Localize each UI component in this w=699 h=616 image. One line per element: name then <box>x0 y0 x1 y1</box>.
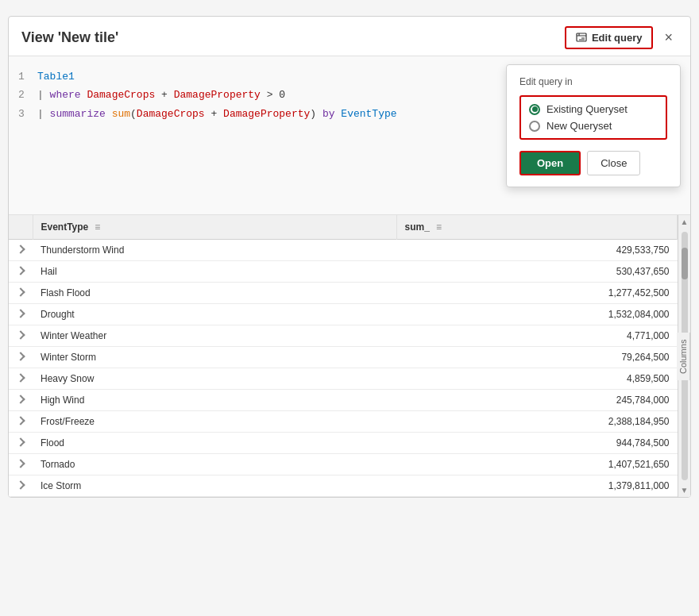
table-row: Winter Weather4,771,000 <box>9 325 678 347</box>
radio-existing-label: Existing Queryset <box>546 103 628 115</box>
eventtype-cell: Drought <box>33 304 396 325</box>
sum-cell: 1,407,521,650 <box>396 454 677 475</box>
radio-new-label: New Queryset <box>546 120 612 132</box>
expand-cell[interactable] <box>9 411 33 433</box>
expand-cell[interactable] <box>9 390 33 411</box>
sum-cell: 79,264,500 <box>396 347 677 368</box>
sum-cell: 1,277,452,500 <box>396 283 677 304</box>
close-button[interactable]: × <box>659 28 678 48</box>
expand-cell[interactable] <box>9 475 33 497</box>
eventtype-cell: Flash Flood <box>33 283 396 304</box>
radio-new-circle <box>529 121 540 132</box>
header: View 'New tile' Edit query × <box>9 17 690 56</box>
edit-query-icon <box>576 33 587 44</box>
scroll-down-arrow[interactable]: ▼ <box>678 483 691 497</box>
main-container: View 'New tile' Edit query × 1Table12| w… <box>8 16 691 498</box>
expand-icon <box>16 287 25 296</box>
expand-cell[interactable] <box>9 454 33 475</box>
expand-icon <box>16 480 25 489</box>
expand-cell[interactable] <box>9 325 33 347</box>
table-row: Tornado1,407,521,650 <box>9 454 678 475</box>
popup-close-button[interactable]: Close <box>587 151 640 175</box>
line-content: | where DamageCrops + DamageProperty > 0 <box>37 86 285 104</box>
th-expand <box>9 215 33 240</box>
edit-query-button[interactable]: Edit query <box>565 26 654 49</box>
sum-cell: 1,532,084,000 <box>396 304 677 325</box>
eventtype-cell: High Wind <box>33 390 396 411</box>
query-area: 1Table12| where DamageCrops + DamageProp… <box>9 56 690 215</box>
table-row: Hail530,437,650 <box>9 261 678 283</box>
page-title: View 'New tile' <box>21 29 118 46</box>
table-row: Drought1,532,084,000 <box>9 304 678 325</box>
sum-cell: 530,437,650 <box>396 261 677 283</box>
table-row: Winter Storm79,264,500 <box>9 347 678 368</box>
expand-icon <box>16 244 25 253</box>
eventtype-cell: Flood <box>33 433 396 454</box>
table-area: EventType ≡ sum_ ≡ Thunderstorm <box>9 215 690 497</box>
edit-query-popup: Edit query in Existing Queryset New Quer… <box>506 64 681 187</box>
sum-cell: 4,771,000 <box>396 325 677 347</box>
columns-label[interactable]: Columns <box>677 333 690 380</box>
line-number: 2 <box>18 86 37 104</box>
table-row: Flash Flood1,277,452,500 <box>9 283 678 304</box>
eventtype-menu-icon[interactable]: ≡ <box>95 221 100 233</box>
expand-cell[interactable] <box>9 304 33 325</box>
sum-menu-icon[interactable]: ≡ <box>436 221 442 233</box>
table-outer: EventType ≡ sum_ ≡ Thunderstorm <box>9 215 690 497</box>
sum-cell: 429,533,750 <box>396 240 677 261</box>
table-row: Flood944,784,500 <box>9 433 678 454</box>
expand-icon <box>16 395 25 403</box>
expand-cell[interactable] <box>9 283 33 304</box>
sum-cell: 1,379,811,000 <box>396 475 677 497</box>
expand-icon <box>16 416 25 425</box>
table-row: High Wind245,784,000 <box>9 390 678 411</box>
line-content: Table1 <box>37 67 75 86</box>
expand-cell[interactable] <box>9 240 33 261</box>
th-sum: sum_ ≡ <box>396 215 677 240</box>
eventtype-cell: Hail <box>33 261 396 283</box>
expand-cell[interactable] <box>9 433 33 454</box>
table-row: Thunderstorm Wind429,533,750 <box>9 240 678 261</box>
line-number: 3 <box>18 105 37 123</box>
sum-cell: 4,859,500 <box>396 368 677 390</box>
sum-col-label: sum_ ≡ <box>405 221 442 233</box>
eventtype-cell: Thunderstorm Wind <box>33 240 396 261</box>
eventtype-cell: Ice Storm <box>33 475 396 497</box>
expand-icon <box>16 459 25 468</box>
table-row: Frost/Freeze2,388,184,950 <box>9 411 678 433</box>
expand-icon <box>16 352 25 360</box>
line-content: | summarize sum(DamageCrops + DamageProp… <box>37 105 397 123</box>
line-number: 1 <box>18 67 37 86</box>
table-body: Thunderstorm Wind429,533,750Hail530,437,… <box>9 240 678 497</box>
radio-existing-circle <box>529 104 540 115</box>
sum-cell: 245,784,000 <box>396 390 677 411</box>
table-row: Ice Storm1,379,811,000 <box>9 475 678 497</box>
expand-icon <box>16 266 25 275</box>
expand-cell[interactable] <box>9 368 33 390</box>
eventtype-cell: Heavy Snow <box>33 368 396 390</box>
table-header-row: EventType ≡ sum_ ≡ <box>9 215 678 240</box>
scrollbar-thumb[interactable] <box>682 248 688 279</box>
table-row: Heavy Snow4,859,500 <box>9 368 678 390</box>
radio-existing[interactable]: Existing Queryset <box>529 103 658 115</box>
expand-icon <box>16 373 25 382</box>
popup-label: Edit query in <box>519 76 667 87</box>
expand-icon <box>16 330 25 339</box>
open-button[interactable]: Open <box>519 151 581 175</box>
scroll-up-arrow[interactable]: ▲ <box>678 215 691 229</box>
expand-icon <box>16 309 25 318</box>
data-table: EventType ≡ sum_ ≡ Thunderstorm <box>9 215 678 497</box>
edit-query-label: Edit query <box>592 32 643 44</box>
popup-buttons: Open Close <box>519 151 667 175</box>
th-eventtype: EventType ≡ <box>33 215 396 240</box>
header-actions: Edit query × <box>565 26 678 49</box>
scrollbar: ▲ Columns ▼ <box>678 215 690 497</box>
eventtype-cell: Winter Weather <box>33 325 396 347</box>
expand-icon <box>16 437 25 446</box>
expand-cell[interactable] <box>9 347 33 368</box>
radio-new[interactable]: New Queryset <box>529 120 658 132</box>
radio-group: Existing Queryset New Queryset <box>519 95 667 140</box>
sum-cell: 944,784,500 <box>396 433 677 454</box>
expand-cell[interactable] <box>9 261 33 283</box>
eventtype-cell: Frost/Freeze <box>33 411 396 433</box>
